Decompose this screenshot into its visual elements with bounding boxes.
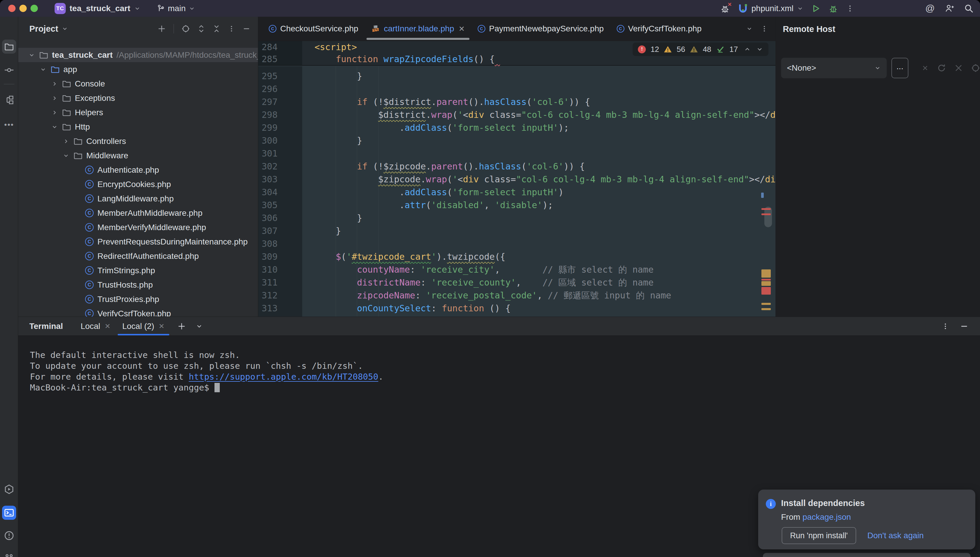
chevron-down-icon[interactable] — [134, 5, 140, 12]
line-number: 305 — [258, 199, 278, 212]
tree-row[interactable]: tea_struck_cart /Applications/MAMP/htdoc… — [18, 48, 258, 62]
package-json-link[interactable]: package.json — [802, 513, 851, 521]
tree-row[interactable]: Http — [18, 120, 258, 134]
terminal-link[interactable]: https://support.apple.com/kb/HT208050 — [189, 372, 378, 382]
add-icon[interactable] — [158, 24, 166, 33]
minimize-window-button[interactable] — [20, 5, 27, 12]
tree-row[interactable]: Helpers — [18, 105, 258, 120]
more-actions-icon[interactable] — [846, 5, 854, 12]
code-area[interactable]: 295 }296297 if (!$district.parent().hasC… — [258, 66, 776, 317]
terminal-options-icon[interactable] — [942, 323, 949, 330]
services-tool-button[interactable] — [2, 482, 16, 496]
tree-row[interactable]: CTrimStrings.php — [18, 263, 258, 278]
chevron-down-icon[interactable] — [51, 124, 59, 130]
chevron-down-icon[interactable] — [28, 52, 36, 58]
tree-row[interactable]: Exceptions — [18, 91, 258, 105]
project-badge[interactable]: TC — [55, 3, 66, 14]
chevron-right-icon[interactable] — [51, 109, 59, 116]
error-stripe-mark[interactable] — [761, 269, 771, 278]
tree-row[interactable]: Console — [18, 77, 258, 91]
tree-row[interactable]: app — [18, 62, 258, 77]
hide-terminal-icon[interactable] — [960, 322, 968, 331]
tree-row[interactable]: CVerifyCsrfToken.php — [18, 306, 258, 317]
close-window-button[interactable] — [8, 5, 16, 12]
editor-tab[interactable]: cartInner.blade.php✕ — [365, 17, 471, 41]
terminal-tab[interactable]: Local✕ — [75, 317, 116, 336]
previous-issue-icon[interactable] — [744, 46, 751, 53]
class-icon: C — [85, 295, 94, 303]
debug-button[interactable] — [829, 4, 838, 13]
chevron-right-icon[interactable] — [51, 81, 59, 87]
mute-breakpoints-icon[interactable]: ✕ — [720, 4, 730, 13]
ai-assistant-icon[interactable]: @ — [925, 3, 935, 14]
tree-row[interactable]: CRedirectIfAuthenticated.php — [18, 249, 258, 263]
code-with-me-icon[interactable] — [945, 4, 954, 13]
terminal-output[interactable]: The default interactive shell is now zsh… — [18, 336, 980, 393]
tree-row[interactable]: Middleware — [18, 148, 258, 163]
chevron-down-icon[interactable] — [746, 26, 753, 32]
tree-row[interactable]: Controllers — [18, 134, 258, 148]
search-everywhere-icon[interactable] — [964, 4, 973, 13]
run-configuration-select[interactable]: phpunit.xml — [738, 3, 804, 13]
branch-widget[interactable]: main — [157, 4, 195, 13]
chevron-down-icon[interactable] — [62, 26, 68, 32]
tree-item-label: Http — [75, 122, 90, 132]
error-stripe-mark[interactable] — [761, 308, 771, 310]
error-stripe-mark[interactable] — [761, 208, 771, 210]
error-stripe-mark[interactable] — [761, 287, 771, 295]
editor-tab-label: CheckoutService.php — [280, 24, 358, 33]
git-tool-button[interactable] — [2, 551, 16, 557]
chevron-down-icon[interactable] — [196, 323, 203, 330]
terminal-tab[interactable]: Local (2)✕ — [116, 317, 170, 336]
line-number: 301 — [258, 147, 278, 160]
close-tab-icon[interactable]: ✕ — [105, 322, 111, 331]
error-stripe-mark[interactable] — [761, 192, 764, 198]
chevron-down-icon[interactable] — [62, 152, 70, 159]
project-name[interactable]: tea_struck_cart — [70, 4, 130, 13]
tree-row[interactable]: CMemberVerifyMiddleware.php — [18, 220, 258, 235]
dont-ask-again-link[interactable]: Don't ask again — [867, 531, 924, 540]
chevron-right-icon[interactable] — [62, 138, 70, 145]
tree-row[interactable]: CPreventRequestsDuringMaintenance.php — [18, 235, 258, 249]
hide-panel-icon[interactable] — [243, 25, 250, 33]
remote-host-select[interactable]: <None> — [781, 58, 887, 78]
commit-tool-button[interactable] — [2, 63, 16, 77]
chevron-down-icon[interactable] — [39, 66, 47, 73]
error-stripe-mark[interactable] — [761, 303, 771, 305]
close-tab-icon[interactable]: ✕ — [159, 322, 165, 331]
terminal-tool-button[interactable] — [2, 506, 16, 520]
tree-row[interactable]: CEncryptCookies.php — [18, 177, 258, 191]
structure-tool-button[interactable] — [2, 93, 16, 107]
panel-options-icon[interactable] — [228, 25, 235, 32]
tree-row[interactable]: CAuthenticate.php — [18, 163, 258, 177]
run-npm-install-button[interactable]: Run 'npm install' — [782, 527, 856, 544]
project-panel-title[interactable]: Project — [29, 24, 58, 34]
close-tab-icon[interactable]: ✕ — [459, 24, 465, 33]
inspections-widget[interactable]: ! 12 56 48 17 — [633, 42, 768, 56]
error-stripe-mark[interactable] — [761, 279, 771, 280]
error-stripe-mark[interactable] — [761, 281, 771, 286]
locate-file-icon[interactable] — [181, 24, 190, 33]
terminal-title[interactable]: Terminal — [29, 322, 63, 331]
tree-row[interactable]: CLangMiddleware.php — [18, 191, 258, 206]
problems-tool-button[interactable] — [2, 529, 16, 542]
tree-row[interactable]: CTrustHosts.php — [18, 278, 258, 292]
editor-tab[interactable]: CPaymentNewebpayService.php — [471, 17, 610, 41]
collapse-all-icon[interactable] — [213, 25, 220, 33]
more-tool-windows-icon[interactable]: ••• — [2, 117, 16, 132]
editor-tab[interactable]: CCheckoutService.php — [262, 17, 365, 41]
tab-options-icon[interactable] — [761, 25, 768, 32]
tree-row[interactable]: CMemberAuthMiddleware.php — [18, 206, 258, 220]
new-terminal-icon[interactable] — [178, 322, 186, 331]
run-button[interactable] — [812, 4, 820, 13]
chevron-right-icon[interactable] — [51, 95, 59, 101]
zoom-window-button[interactable] — [31, 5, 38, 12]
project-tool-button[interactable] — [2, 39, 16, 54]
editor-tab[interactable]: CVerifyCsrfToken.php — [610, 17, 708, 41]
error-stripe-mark[interactable] — [761, 213, 771, 215]
expand-all-icon[interactable] — [198, 25, 205, 33]
tree-row[interactable]: CTrustProxies.php — [18, 292, 258, 306]
browse-remote-hosts-button[interactable]: ... — [892, 58, 908, 78]
next-issue-icon[interactable] — [756, 46, 763, 53]
code-line: 308 — [258, 238, 776, 250]
